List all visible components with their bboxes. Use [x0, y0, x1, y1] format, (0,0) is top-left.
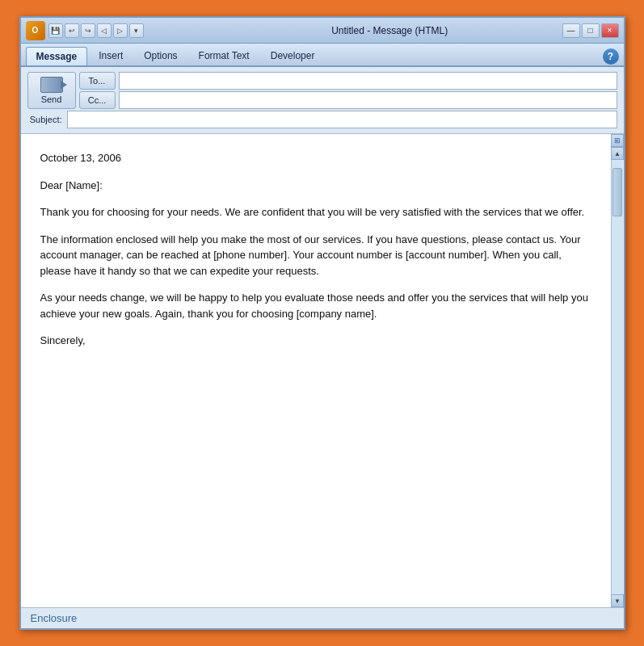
footer: Enclosure: [21, 607, 624, 628]
email-closing: Sincerely,: [40, 333, 591, 349]
dropdown-icon[interactable]: ▾: [129, 23, 144, 38]
quick-access-toolbar: 💾 ↩ ↪ ◁ ▷ ▾: [48, 23, 217, 38]
tab-insert[interactable]: Insert: [89, 47, 133, 65]
fields-area: To... Cc...: [79, 72, 617, 109]
title-bar: O 💾 ↩ ↪ ◁ ▷ ▾ Untitled - Message (HTML) …: [21, 18, 624, 44]
to-row: To...: [79, 72, 617, 90]
email-paragraph1: Thank you for choosing for your needs. W…: [40, 204, 591, 220]
app-logo: O: [26, 21, 45, 40]
send-icon: [40, 77, 63, 93]
to-button[interactable]: To...: [79, 72, 116, 90]
restore-button[interactable]: □: [582, 23, 600, 38]
close-button[interactable]: ×: [601, 23, 619, 38]
body-content[interactable]: October 13, 2006 Dear [Name]: Thank you …: [21, 134, 611, 607]
scroll-thumb[interactable]: [612, 168, 622, 216]
scroll-helper-icon[interactable]: ⊞: [611, 134, 624, 147]
cc-row: Cc...: [79, 91, 617, 109]
email-window: O 💾 ↩ ↪ ◁ ▷ ▾ Untitled - Message (HTML) …: [19, 16, 625, 630]
header-top: Send To... Cc...: [27, 72, 617, 109]
to-input[interactable]: [119, 72, 617, 90]
save-icon[interactable]: 💾: [48, 23, 63, 38]
window-controls: — □ ×: [562, 23, 619, 38]
scroll-down-button[interactable]: ▼: [611, 594, 624, 607]
footer-label: Enclosure: [31, 612, 78, 624]
help-button[interactable]: ?: [603, 48, 619, 65]
tab-developer[interactable]: Developer: [261, 47, 325, 65]
subject-input[interactable]: [67, 111, 617, 128]
subject-label: Subject:: [27, 115, 64, 124]
scroll-track[interactable]: [612, 160, 623, 594]
send-button[interactable]: Send: [27, 72, 76, 109]
ribbon-tabs: Message Insert Options Format Text Devel…: [21, 44, 624, 65]
scroll-up-button[interactable]: ▲: [611, 147, 624, 160]
tab-message[interactable]: Message: [26, 47, 88, 65]
window-title: Untitled - Message (HTML): [221, 25, 559, 36]
header-fields: Send To... Cc... Subject:: [21, 67, 624, 134]
cc-input[interactable]: [119, 91, 617, 109]
minimize-button[interactable]: —: [562, 23, 580, 38]
ribbon: Message Insert Options Format Text Devel…: [21, 44, 624, 67]
body-area: October 13, 2006 Dear [Name]: Thank you …: [21, 134, 624, 607]
send-label: Send: [41, 94, 62, 104]
tab-options[interactable]: Options: [134, 47, 187, 65]
undo-icon[interactable]: ↩: [65, 23, 79, 38]
email-paragraph2: The information enclosed will help you m…: [40, 232, 591, 279]
email-date: October 13, 2006: [40, 150, 591, 166]
email-paragraph3: As your needs change, we will be happy t…: [40, 290, 591, 321]
scrollbar: ⊞ ▲ ▼: [611, 134, 624, 607]
subject-row: Subject:: [27, 111, 617, 128]
redo-icon[interactable]: ↪: [81, 23, 95, 38]
next-icon[interactable]: ▷: [113, 23, 128, 38]
prev-icon[interactable]: ◁: [97, 23, 112, 38]
tab-format-text[interactable]: Format Text: [189, 47, 259, 65]
email-salutation: Dear [Name]:: [40, 178, 591, 194]
cc-button[interactable]: Cc...: [79, 91, 116, 109]
